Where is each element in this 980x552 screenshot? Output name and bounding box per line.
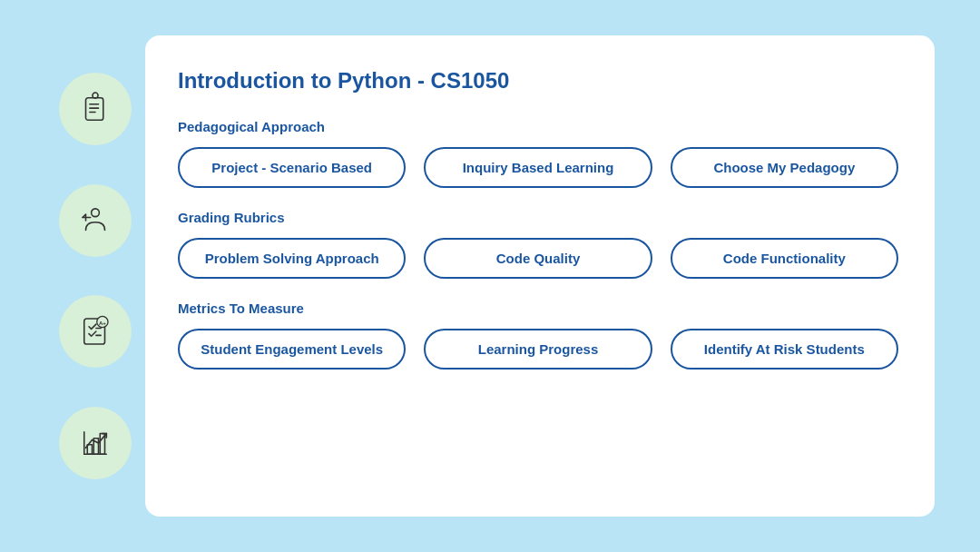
btn-code-quality[interactable]: Code Quality [424,238,652,279]
metrics-icon-circle [59,407,132,479]
teacher-icon [76,202,114,240]
section-grading-rubrics: Grading RubricsProblem Solving ApproachC… [178,210,898,279]
svg-rect-0 [86,98,103,121]
rubric-icon-circle: A+ [59,295,132,368]
sections-container: Pedagogical ApproachProject - Scenario B… [178,119,898,391]
rubric-icon: A+ [76,312,114,350]
btn-learning-progress[interactable]: Learning Progress [424,329,652,370]
outer-container: A+ Introduction to Python - CS1050 Pedag… [45,35,935,517]
btn-inquiry-based-learning[interactable]: Inquiry Based Learning [424,147,652,188]
sidebar: A+ [45,35,145,517]
section-metrics-to-measure: Metrics To MeasureStudent Engagement Lev… [178,301,898,370]
svg-point-5 [92,209,100,217]
section-label-pedagogical-approach: Pedagogical Approach [178,119,898,134]
btn-problem-solving-approach[interactable]: Problem Solving Approach [178,238,406,279]
main-card: Introduction to Python - CS1050 Pedagogi… [145,35,935,517]
btn-student-engagement-levels[interactable]: Student Engagement Levels [178,329,406,370]
course-icon [76,90,114,128]
section-pedagogical-approach: Pedagogical ApproachProject - Scenario B… [178,119,898,188]
btn-identify-at-risk-students[interactable]: Identify At Risk Students [671,329,898,370]
btn-choose-my-pedagogy[interactable]: Choose My Pedagogy [671,147,898,188]
btn-code-functionality[interactable]: Code Functionality [671,238,898,279]
course-icon-circle [59,73,132,145]
teacher-icon-circle [59,184,132,257]
metrics-icon [76,424,114,462]
section-label-grading-rubrics: Grading Rubrics [178,210,898,225]
svg-text:A+: A+ [99,320,106,326]
button-row-metrics-to-measure: Student Engagement LevelsLearning Progre… [178,329,898,370]
button-row-pedagogical-approach: Project - Scenario BasedInquiry Based Le… [178,147,898,188]
btn-project-scenario-based[interactable]: Project - Scenario Based [178,147,406,188]
section-label-metrics-to-measure: Metrics To Measure [178,301,898,316]
button-row-grading-rubrics: Problem Solving ApproachCode QualityCode… [178,238,898,279]
page-title: Introduction to Python - CS1050 [178,68,898,94]
